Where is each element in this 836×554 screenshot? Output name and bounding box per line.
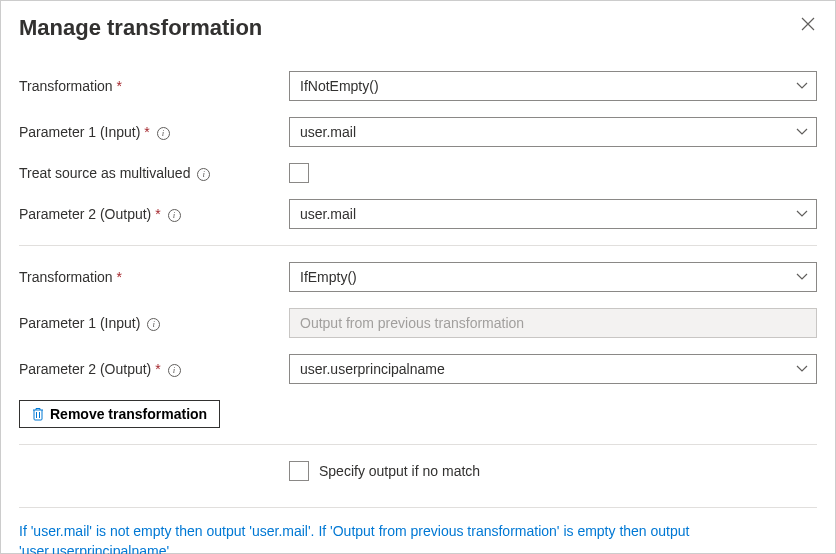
t2-param1-placeholder: Output from previous transformation [300,315,524,331]
section-divider [19,444,817,445]
manage-transformation-dialog: Manage transformation Transformation * I… [0,0,836,554]
section-divider [19,507,817,508]
info-icon[interactable]: i [147,318,160,331]
t1-transformation-label: Transformation * [19,78,289,94]
remove-transformation-button[interactable]: Remove transformation [19,400,220,428]
t2-transformation-value: IfEmpty() [300,269,357,285]
t1-param2-value: user.mail [300,206,356,222]
t1-param2-label: Parameter 2 (Output) * i [19,206,289,222]
specify-no-match-label: Specify output if no match [319,463,480,479]
required-marker: * [155,206,160,222]
section-divider [19,245,817,246]
t1-param2-row: Parameter 2 (Output) * i user.mail [19,199,817,229]
t2-transformation-label: Transformation * [19,269,289,285]
t2-param2-select[interactable]: user.userprincipalname [289,354,817,384]
close-icon [801,17,815,34]
t1-transformation-value: IfNotEmpty() [300,78,379,94]
info-icon[interactable]: i [197,168,210,181]
t2-param2-row: Parameter 2 (Output) * i user.userprinci… [19,354,817,384]
t1-param2-select[interactable]: user.mail [289,199,817,229]
chevron-down-icon [796,365,808,373]
t1-multivalued-checkbox[interactable] [289,163,309,183]
t1-param1-value: user.mail [300,124,356,140]
t2-transformation-select[interactable]: IfEmpty() [289,262,817,292]
specify-no-match-checkbox[interactable] [289,461,309,481]
required-marker: * [155,361,160,377]
t1-transformation-row: Transformation * IfNotEmpty() [19,71,817,101]
chevron-down-icon [796,128,808,136]
required-marker: * [117,78,122,94]
t2-param2-label: Parameter 2 (Output) * i [19,361,289,377]
t2-param1-readonly: Output from previous transformation [289,308,817,338]
chevron-down-icon [796,273,808,281]
trash-icon [32,407,44,421]
info-icon[interactable]: i [157,127,170,140]
remove-button-label: Remove transformation [50,406,207,422]
t1-multivalued-label: Treat source as multivalued i [19,165,289,181]
required-marker: * [117,269,122,285]
chevron-down-icon [796,210,808,218]
t1-param1-select[interactable]: user.mail [289,117,817,147]
t2-param1-row: Parameter 1 (Input) i Output from previo… [19,308,817,338]
t1-transformation-select[interactable]: IfNotEmpty() [289,71,817,101]
required-marker: * [144,124,149,140]
info-icon[interactable]: i [168,364,181,377]
dialog-title: Manage transformation [19,15,262,41]
t2-param2-value: user.userprincipalname [300,361,445,377]
dialog-header: Manage transformation [19,15,817,41]
transformation-summary: If 'user.mail' is not empty then output … [19,522,817,554]
t1-param1-label: Parameter 1 (Input) * i [19,124,289,140]
t2-param1-label: Parameter 1 (Input) i [19,315,289,331]
t1-param1-row: Parameter 1 (Input) * i user.mail [19,117,817,147]
info-icon[interactable]: i [168,209,181,222]
chevron-down-icon [796,82,808,90]
specify-no-match-row: Specify output if no match [289,461,817,481]
close-button[interactable] [799,15,817,36]
t2-transformation-row: Transformation * IfEmpty() [19,262,817,292]
t1-multivalued-row: Treat source as multivalued i [19,163,817,183]
